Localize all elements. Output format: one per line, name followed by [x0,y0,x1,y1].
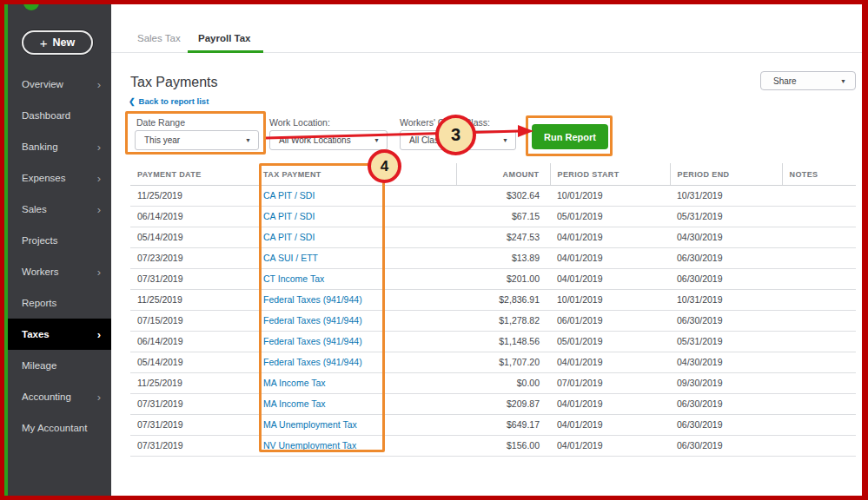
sidebar-item-expenses[interactable]: Expenses› [8,162,111,194]
back-chevron-icon: ❮ [129,97,136,106]
payment-date-cell: 11/25/2019 [130,186,256,207]
notes-cell [782,227,856,248]
sidebar-item-label: Reports [22,298,56,308]
sidebar-item-reports[interactable]: Reports [8,287,111,319]
amount-cell: $13.89 [456,248,550,269]
notes-cell [782,269,856,290]
period-end-cell: 04/30/2019 [670,227,782,248]
table-row: 11/25/2019CA PIT / SDI$302.6410/01/20191… [130,186,856,207]
period-end-cell: 10/31/2019 [670,186,782,207]
period-end-cell: 06/30/2019 [670,248,782,269]
sidebar-item-label: Projects [22,235,58,246]
tax-payments-table: PAYMENT DATE TAX PAYMENT AMOUNT PERIOD S… [130,163,856,457]
sidebar-item-banking[interactable]: Banking› [8,131,111,162]
period-end-cell: 06/30/2019 [670,394,782,415]
notes-cell [782,415,856,436]
payment-date-cell: 07/23/2019 [130,248,256,269]
sidebar-item-overview[interactable]: Overview› [8,69,111,100]
chevron-right-icon: › [97,204,101,215]
page-title: Tax Payments [130,75,217,90]
payment-date-cell: 05/14/2019 [130,352,256,373]
period-end-cell: 06/30/2019 [670,311,782,332]
share-label: Share [773,76,797,86]
period-start-cell: 04/01/2019 [550,436,670,457]
annotation-box-tax-payment-column [259,163,385,452]
table-row: 05/14/2019Federal Taxes (941/944)$1,707.… [130,352,856,373]
sidebar-item-label: Overview [22,79,63,89]
new-button-label: New [53,36,76,49]
sidebar-nav: Overview›DashboardBanking›Expenses›Sales… [8,69,111,444]
sidebar-item-label: Dashboard [22,110,70,121]
sidebar-item-accounting[interactable]: Accounting› [8,381,111,412]
amount-cell: $156.00 [456,436,550,457]
new-button[interactable]: + New [22,30,93,55]
chevron-right-icon: › [97,329,101,340]
period-start-cell: 04/01/2019 [550,352,670,373]
period-start-cell: 05/01/2019 [550,332,670,352]
amount-cell: $2,836.91 [456,290,550,311]
notes-cell [782,290,856,311]
amount-cell: $649.17 [456,415,550,436]
tab-payroll-tax[interactable]: Payroll Tax [198,33,251,43]
period-end-cell: 04/30/2019 [670,352,782,373]
sidebar-item-mileage[interactable]: Mileage [8,350,111,381]
period-start-cell: 04/01/2019 [550,269,670,290]
col-header-amount[interactable]: AMOUNT [456,163,550,186]
notes-cell [782,436,856,457]
notes-cell [782,332,856,352]
chevron-right-icon: › [97,173,101,184]
caret-down-icon: ▼ [840,78,846,84]
table-row: 07/15/2019Federal Taxes (941/944)$1,278.… [130,311,856,332]
col-header-notes[interactable]: NOTES [782,163,856,186]
sidebar-item-sales[interactable]: Sales› [8,194,111,225]
period-start-cell: 10/01/2019 [550,290,670,311]
notes-cell [782,248,856,269]
payment-date-cell: 05/14/2019 [130,227,256,248]
period-start-cell: 04/01/2019 [550,415,670,436]
period-end-cell: 06/30/2019 [670,269,782,290]
sidebar-item-taxes[interactable]: Taxes› [8,319,111,350]
period-start-cell: 07/01/2019 [550,373,670,394]
table-row: 05/14/2019CA PIT / SDI$247.5304/01/20190… [130,227,856,248]
col-header-payment-date[interactable]: PAYMENT DATE [130,163,256,186]
notes-cell [782,394,856,415]
table-row: 11/25/2019MA Income Tax$0.0007/01/201909… [130,373,856,394]
table-row: 07/31/2019NV Unemployment Tax$156.0004/0… [130,436,856,457]
sidebar-item-workers[interactable]: Workers› [8,256,111,287]
back-to-report-list-link[interactable]: ❮Back to report list [129,96,209,106]
sidebar-item-dashboard[interactable]: Dashboard [8,100,111,131]
table-header-row: PAYMENT DATE TAX PAYMENT AMOUNT PERIOD S… [130,163,856,186]
payment-date-cell: 07/31/2019 [130,394,256,415]
chevron-right-icon: › [97,79,101,90]
sidebar-item-my-accountant[interactable]: My Accountant [8,412,111,444]
annotation-arrow [264,124,540,143]
payment-date-cell: 07/31/2019 [130,415,256,436]
notes-cell [782,311,856,332]
tab-sales-tax[interactable]: Sales Tax [137,33,181,43]
sidebar-item-label: Expenses [22,173,66,183]
back-link-label: Back to report list [139,96,209,106]
period-end-cell: 06/30/2019 [670,415,782,436]
period-end-cell: 09/30/2019 [670,373,782,394]
period-end-cell: 05/31/2019 [670,207,782,227]
notes-cell [782,373,856,394]
payment-date-cell: 07/15/2019 [130,311,256,332]
table-row: 07/23/2019CA SUI / ETT$13.8904/01/201906… [130,248,856,269]
sidebar-accent-strip [4,4,8,496]
sidebar-item-projects[interactable]: Projects [8,225,111,256]
amount-cell: $1,278.82 [456,311,550,332]
sidebar-item-label: My Accountant [22,423,87,433]
amount-cell: $209.87 [456,394,550,415]
share-dropdown[interactable]: Share ▼ [760,71,856,90]
annotation-step-3-badge: 3 [435,115,476,155]
col-header-period-end[interactable]: PERIOD END [670,163,782,186]
sidebar-item-label: Sales [22,204,47,214]
col-header-period-start[interactable]: PERIOD START [550,163,670,186]
notes-cell [782,207,856,227]
sidebar-item-label: Workers [22,266,59,277]
amount-cell: $1,148.56 [456,332,550,352]
period-start-cell: 05/01/2019 [550,207,670,227]
table-row: 06/14/2019Federal Taxes (941/944)$1,148.… [130,332,856,352]
period-start-cell: 04/01/2019 [550,227,670,248]
amount-cell: $302.64 [456,186,550,207]
